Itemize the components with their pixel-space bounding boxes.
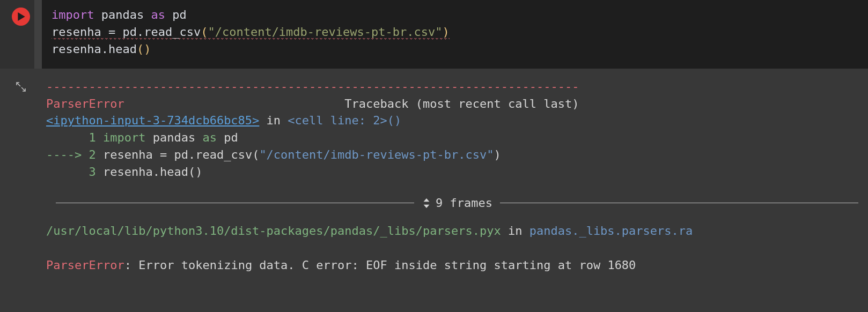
lparen: (	[201, 25, 208, 39]
keyword-as: as	[151, 8, 165, 21]
var: resenha	[52, 42, 101, 56]
alias: pd	[172, 8, 187, 21]
method: head	[108, 42, 137, 56]
line-num: 1	[46, 131, 96, 144]
paren: ()	[387, 114, 402, 127]
in-word: in	[501, 224, 529, 237]
frames-expander[interactable]: 9 frames	[46, 195, 858, 212]
tok: import	[96, 131, 146, 144]
tok: pd	[217, 131, 238, 144]
tok: )	[494, 148, 501, 161]
tok: =	[160, 148, 167, 161]
expand-frames-icon	[422, 197, 431, 209]
play-icon	[18, 12, 25, 21]
eq: =	[101, 25, 123, 39]
traceback-label: Traceback (most recent call last)	[344, 97, 579, 110]
colon: :	[124, 258, 139, 272]
error-class: ParserError	[46, 258, 124, 272]
rparen: )	[144, 42, 151, 56]
cell-gutter	[0, 0, 42, 69]
output-expand-icon[interactable]	[14, 80, 27, 286]
in-word: in	[259, 114, 288, 127]
error-message: Error tokenizing data. C error: EOF insi…	[138, 258, 636, 272]
tok: as	[195, 131, 217, 144]
dot: .	[101, 42, 108, 56]
tok: "/content/imdb-reviews-pt-br.csv"	[259, 148, 494, 161]
var: resenha	[52, 25, 101, 39]
tok: resenha	[96, 148, 160, 161]
ipython-link[interactable]: <ipython-input-3-734dcb66bc85>	[46, 114, 259, 127]
code-editor[interactable]: import pandas as pd resenha = pd.read_cs…	[42, 0, 868, 69]
frames-count: 9 frames	[436, 195, 492, 212]
lparen: (	[137, 42, 144, 56]
output-gutter	[0, 69, 42, 286]
tok: head()	[160, 165, 202, 179]
code-cell: import pandas as pd resenha = pd.read_cs…	[0, 0, 868, 69]
rparen: )	[443, 25, 450, 39]
func-name: pandas._libs.parsers.ra	[529, 224, 693, 237]
tok: pd.read_csv(	[167, 148, 259, 161]
call: pd.read_csv	[122, 25, 201, 39]
file-path: /usr/local/lib/python3.10/dist-packages/…	[46, 224, 501, 237]
output-cell: ----------------------------------------…	[0, 69, 868, 286]
run-button[interactable]	[12, 8, 30, 26]
output-body[interactable]: ----------------------------------------…	[42, 69, 868, 286]
rule	[500, 203, 858, 203]
rule	[56, 203, 414, 203]
line-num: 3	[46, 165, 96, 179]
keyword-import: import	[52, 8, 94, 21]
error-class: ParserError	[46, 97, 124, 110]
tok: .	[153, 165, 160, 179]
string-arg: "/content/imdb-reviews-pt-br.csv"	[208, 25, 442, 39]
tok: resenha	[96, 165, 153, 179]
module-name: pandas	[101, 8, 144, 21]
tok: pandas	[145, 131, 195, 144]
cell-ref: <cell line: 2>	[288, 114, 387, 127]
traceback-separator: ----------------------------------------…	[46, 78, 858, 95]
arrow-marker: ----> 2	[46, 148, 96, 161]
